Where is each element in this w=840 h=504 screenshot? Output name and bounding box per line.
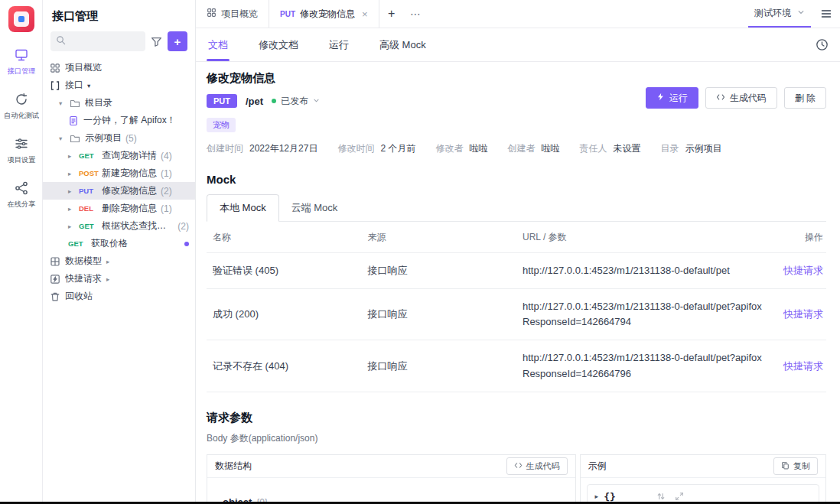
tree-item-label: 根据状态查找宠物列表 (102, 219, 174, 232)
table-row: 验证错误 (405) 接口响应 http://127.0.0.1:4523/m1… (207, 253, 826, 289)
rail-item-label: 项目设置 (7, 155, 35, 165)
bolt-icon (656, 93, 665, 103)
tab-advanced-mock[interactable]: 高级 Mock (378, 28, 428, 61)
schema-panel-header: 数据结构 生成代码 (207, 455, 575, 478)
tree-item-root-folder[interactable]: ▾ 根目录 (43, 94, 195, 112)
run-button[interactable]: 运行 (646, 87, 698, 109)
method-badge: PUT (207, 94, 237, 108)
tab-doc[interactable]: 文档 (207, 28, 230, 61)
tab-more-button[interactable]: ⋯ (404, 0, 428, 28)
tree-item-endpoint-get-price[interactable]: GET 获取价格 (43, 235, 195, 252)
status-dropdown[interactable]: 已发布 (272, 95, 320, 108)
button-label: 删 除 (795, 92, 816, 105)
column-header-name: 名称 (207, 222, 362, 253)
sidebar-search-row: + (43, 31, 195, 59)
button-label: 生成代码 (526, 460, 560, 472)
tree-item-endpoint-del-pet[interactable]: ▸ DEL 删除宠物信息 (1) (43, 200, 195, 217)
search-input[interactable] (70, 36, 140, 47)
environment-label: 测试环境 (754, 7, 791, 20)
tree-item-endpoint-post-pet[interactable]: ▸ POST 新建宠物信息 (1) (43, 164, 195, 182)
tab-project-overview[interactable]: 项目概览 (196, 0, 269, 28)
rail-item-api-management[interactable]: 接口管理 (6, 47, 37, 76)
generate-code-button[interactable]: 生成代码 (705, 87, 777, 109)
automated-testing-icon (14, 92, 29, 107)
tree-item-recycle-bin[interactable]: 回收站 (43, 288, 195, 305)
history-icon[interactable] (815, 28, 829, 61)
add-api-button[interactable]: + (168, 31, 187, 51)
caret-down-icon: ▾ (59, 135, 70, 142)
tab-cloud-mock[interactable]: 云端 Mock (279, 195, 350, 221)
hamburger-menu-icon[interactable] (820, 8, 832, 20)
sliders-icon (14, 136, 29, 151)
overview-grid-icon (50, 63, 60, 73)
table-row: 记录不存在 (404) 接口响应 http://127.0.0.1:4523/m… (207, 340, 826, 392)
folder-icon (70, 98, 80, 109)
filter-icon[interactable] (151, 36, 162, 47)
tab-edit-doc[interactable]: 修改文档 (257, 28, 300, 61)
quick-request-link[interactable]: 快捷请求 (783, 308, 823, 320)
tree-item-apis[interactable]: 接口 ▾ (43, 76, 195, 94)
tree-item-label: 查询宠物详情 (102, 149, 157, 162)
expand-icon[interactable] (675, 492, 684, 501)
quick-request-link[interactable]: 快捷请求 (783, 265, 823, 276)
tab-run[interactable]: 运行 (327, 28, 350, 61)
tree-item-quick-request[interactable]: 快捷请求 ▸ (43, 270, 195, 288)
tab-method-badge: PUT (280, 10, 295, 18)
more-icon: ⋯ (410, 8, 422, 20)
rail-item-online-share[interactable]: 在线分享 (6, 180, 37, 210)
delete-button[interactable]: 删 除 (784, 87, 826, 109)
page-title: 修改宠物信息 (207, 71, 826, 86)
tree-item-data-models[interactable]: 数据模型 ▸ (43, 252, 195, 270)
rail-item-label: 自动化测试 (4, 111, 39, 121)
tab-bar: 项目概览 PUT 修改宠物信息 × + ⋯ 测试环境 (196, 0, 840, 28)
json-root-row: ▸ {} (595, 491, 811, 502)
sidebar: 接口管理 + 项目概览 接口 ▾ (43, 0, 196, 504)
tab-put-pet[interactable]: PUT 修改宠物信息 × (269, 0, 379, 28)
tree-item-endpoint-put-pet[interactable]: ▸ PUT 修改宠物信息 (2) (43, 182, 195, 200)
data-model-icon (50, 256, 60, 267)
expand-caret-icon[interactable]: ▸ (595, 493, 599, 500)
tab-label: 云端 Mock (291, 202, 338, 213)
rail-item-automated-testing[interactable]: 自动化测试 (2, 92, 41, 121)
schema-panel-title: 数据结构 (215, 460, 252, 473)
header-actions: 运行 生成代码 删 除 (646, 87, 826, 109)
method-badge: GET (68, 239, 91, 248)
tag-row: 宠物 (207, 118, 826, 132)
caret-right-icon: ▸ (68, 187, 79, 195)
plus-icon: + (388, 7, 395, 21)
search-box[interactable] (50, 31, 145, 51)
column-header-source: 来源 (362, 222, 517, 253)
tree-item-endpoint-find-by-status[interactable]: ▸ GET 根据状态查找宠物列表 (2) (43, 217, 195, 235)
caret-right-icon: ▸ (68, 170, 79, 177)
mock-name: 记录不存在 (404) (207, 340, 362, 392)
environment-select[interactable]: 测试环境 (748, 0, 811, 28)
sidebar-title: 接口管理 (43, 6, 195, 31)
close-icon[interactable]: × (362, 8, 368, 20)
mock-source: 接口响应 (362, 340, 517, 392)
mock-name: 验证错误 (405) (207, 253, 362, 289)
rail-item-project-settings[interactable]: 项目设置 (6, 136, 37, 165)
quick-request-link[interactable]: 快捷请求 (783, 360, 823, 372)
copy-icon (781, 461, 790, 471)
copy-button[interactable]: 复制 (773, 457, 818, 475)
apifox-logo[interactable] (8, 6, 34, 32)
tab-local-mock[interactable]: 本地 Mock (207, 194, 279, 222)
new-tab-button[interactable]: + (379, 0, 404, 28)
tree-item-count: (2) (177, 221, 189, 232)
tab-label: 修改宠物信息 (300, 8, 355, 21)
caret-right-icon: ▸ (68, 223, 79, 230)
search-icon (56, 35, 66, 47)
tree-item-example-project-folder[interactable]: ▾ 示例项目 (5) (43, 129, 195, 147)
column-header-url: URL / 参数 (516, 222, 770, 253)
tree-item-count: (5) (125, 133, 137, 144)
schema-panel: 数据结构 生成代码 object{0} (207, 454, 576, 504)
tree-item-intro-doc[interactable]: 一分钟，了解 Apifox！ (43, 112, 195, 129)
tree-item-project-overview[interactable]: 项目概览 (43, 59, 195, 76)
sort-icon[interactable] (656, 492, 666, 501)
mock-section-title: Mock (207, 173, 826, 186)
request-params-title: 请求参数 (207, 411, 826, 425)
meta-row: 创建时间2022年12月27日 修改时间2 个月前 修改者啦啦 创建者啦啦 责任… (207, 142, 826, 155)
tree-item-endpoint-get-pet-detail[interactable]: ▸ GET 查询宠物详情 (4) (43, 147, 195, 164)
tree-item-label: 快捷请求 (65, 272, 102, 285)
schema-generate-code-button[interactable]: 生成代码 (506, 457, 568, 475)
